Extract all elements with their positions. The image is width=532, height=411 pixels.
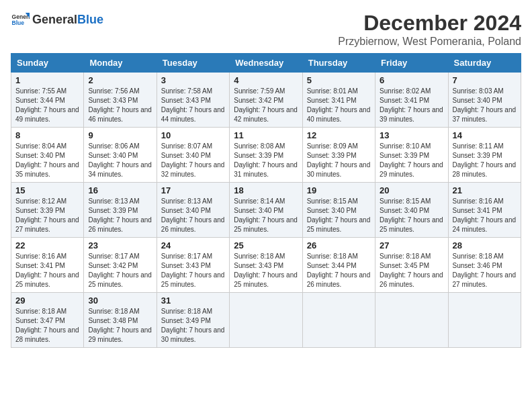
- day-info: Sunrise: 8:18 AMSunset: 3:43 PMDaylight:…: [234, 252, 298, 289]
- calendar-day-cell: 18Sunrise: 8:14 AMSunset: 3:40 PMDayligh…: [230, 183, 302, 238]
- day-number: 5: [307, 75, 371, 85]
- location-title: Przybiernow, West Pomerania, Poland: [338, 36, 521, 48]
- day-info: Sunrise: 8:17 AMSunset: 3:43 PMDaylight:…: [161, 252, 225, 289]
- calendar-day-cell: [230, 293, 302, 348]
- calendar-day-cell: [448, 293, 521, 348]
- day-number: 21: [453, 185, 517, 195]
- day-number: 24: [161, 240, 225, 250]
- day-number: 20: [380, 185, 443, 195]
- day-info: Sunrise: 7:59 AMSunset: 3:42 PMDaylight:…: [234, 87, 298, 124]
- header-sunday: Sunday: [11, 54, 84, 73]
- day-info: Sunrise: 8:15 AMSunset: 3:40 PMDaylight:…: [307, 197, 371, 234]
- day-info: Sunrise: 8:17 AMSunset: 3:42 PMDaylight:…: [88, 252, 152, 289]
- day-info: Sunrise: 8:18 AMSunset: 3:46 PMDaylight:…: [453, 252, 517, 289]
- day-info: Sunrise: 8:01 AMSunset: 3:41 PMDaylight:…: [307, 87, 371, 124]
- day-number: 14: [453, 130, 517, 140]
- day-info: Sunrise: 8:02 AMSunset: 3:41 PMDaylight:…: [380, 87, 443, 124]
- day-info: Sunrise: 8:03 AMSunset: 3:40 PMDaylight:…: [453, 87, 517, 124]
- calendar-day-cell: 2Sunrise: 7:56 AMSunset: 3:43 PMDaylight…: [84, 73, 157, 128]
- day-number: 16: [88, 185, 152, 195]
- calendar-day-cell: 25Sunrise: 8:18 AMSunset: 3:43 PMDayligh…: [230, 238, 302, 293]
- day-number: 25: [234, 240, 298, 250]
- day-number: 9: [88, 130, 152, 140]
- day-info: Sunrise: 7:56 AMSunset: 3:43 PMDaylight:…: [88, 87, 152, 124]
- calendar-table: SundayMondayTuesdayWednesdayThursdayFrid…: [11, 53, 521, 348]
- header-wednesday: Wednesday: [230, 54, 302, 73]
- calendar-day-cell: 20Sunrise: 8:15 AMSunset: 3:40 PMDayligh…: [375, 183, 448, 238]
- header: General Blue GeneralBlue December 2024 P…: [11, 11, 521, 48]
- day-info: Sunrise: 7:55 AMSunset: 3:44 PMDaylight:…: [15, 87, 79, 124]
- calendar-header-row: SundayMondayTuesdayWednesdayThursdayFrid…: [11, 54, 521, 73]
- svg-text:Blue: Blue: [12, 19, 25, 26]
- calendar-day-cell: 12Sunrise: 8:09 AMSunset: 3:39 PMDayligh…: [302, 128, 375, 183]
- month-title: December 2024: [338, 11, 521, 36]
- calendar-week-row: 15Sunrise: 8:12 AMSunset: 3:39 PMDayligh…: [11, 183, 521, 238]
- day-number: 10: [161, 130, 225, 140]
- day-info: Sunrise: 8:16 AMSunset: 3:41 PMDaylight:…: [15, 252, 79, 289]
- logo-text: GeneralBlue: [32, 13, 103, 27]
- calendar-day-cell: 9Sunrise: 8:06 AMSunset: 3:40 PMDaylight…: [84, 128, 157, 183]
- calendar-day-cell: 6Sunrise: 8:02 AMSunset: 3:41 PMDaylight…: [375, 73, 448, 128]
- day-number: 30: [88, 295, 152, 306]
- day-number: 23: [88, 240, 152, 250]
- day-number: 3: [161, 75, 225, 85]
- calendar-day-cell: 26Sunrise: 8:18 AMSunset: 3:44 PMDayligh…: [302, 238, 375, 293]
- calendar-day-cell: 7Sunrise: 8:03 AMSunset: 3:40 PMDaylight…: [448, 73, 521, 128]
- logo: General Blue GeneralBlue: [11, 11, 103, 30]
- day-number: 7: [453, 75, 517, 85]
- day-number: 12: [307, 130, 371, 140]
- day-info: Sunrise: 8:18 AMSunset: 3:49 PMDaylight:…: [161, 307, 225, 345]
- day-number: 1: [15, 75, 79, 85]
- day-info: Sunrise: 8:11 AMSunset: 3:39 PMDaylight:…: [453, 142, 517, 179]
- day-number: 11: [234, 130, 298, 140]
- day-number: 28: [453, 240, 517, 250]
- calendar-week-row: 29Sunrise: 8:18 AMSunset: 3:47 PMDayligh…: [11, 293, 521, 348]
- day-number: 31: [161, 295, 225, 306]
- calendar-day-cell: 14Sunrise: 8:11 AMSunset: 3:39 PMDayligh…: [448, 128, 521, 183]
- calendar-day-cell: 15Sunrise: 8:12 AMSunset: 3:39 PMDayligh…: [11, 183, 84, 238]
- title-area: December 2024 Przybiernow, West Pomerani…: [338, 11, 521, 48]
- day-number: 17: [161, 185, 225, 195]
- calendar-day-cell: [302, 293, 375, 348]
- day-number: 27: [380, 240, 443, 250]
- header-friday: Friday: [375, 54, 448, 73]
- calendar-day-cell: 23Sunrise: 8:17 AMSunset: 3:42 PMDayligh…: [84, 238, 157, 293]
- logo-icon: General Blue: [11, 11, 30, 30]
- calendar-day-cell: 27Sunrise: 8:18 AMSunset: 3:45 PMDayligh…: [375, 238, 448, 293]
- calendar-day-cell: 13Sunrise: 8:10 AMSunset: 3:39 PMDayligh…: [375, 128, 448, 183]
- day-info: Sunrise: 8:15 AMSunset: 3:40 PMDaylight:…: [380, 197, 443, 234]
- day-info: Sunrise: 8:09 AMSunset: 3:39 PMDaylight:…: [307, 142, 371, 179]
- calendar-day-cell: 3Sunrise: 7:58 AMSunset: 3:43 PMDaylight…: [157, 73, 229, 128]
- calendar-day-cell: 24Sunrise: 8:17 AMSunset: 3:43 PMDayligh…: [157, 238, 229, 293]
- calendar-day-cell: 17Sunrise: 8:13 AMSunset: 3:40 PMDayligh…: [157, 183, 229, 238]
- calendar-day-cell: 8Sunrise: 8:04 AMSunset: 3:40 PMDaylight…: [11, 128, 84, 183]
- day-info: Sunrise: 8:12 AMSunset: 3:39 PMDaylight:…: [15, 197, 79, 234]
- day-info: Sunrise: 8:07 AMSunset: 3:40 PMDaylight:…: [161, 142, 225, 179]
- calendar-day-cell: 21Sunrise: 8:16 AMSunset: 3:41 PMDayligh…: [448, 183, 521, 238]
- day-number: 18: [234, 185, 298, 195]
- calendar-day-cell: 5Sunrise: 8:01 AMSunset: 3:41 PMDaylight…: [302, 73, 375, 128]
- day-info: Sunrise: 8:08 AMSunset: 3:39 PMDaylight:…: [234, 142, 298, 179]
- calendar-day-cell: 16Sunrise: 8:13 AMSunset: 3:39 PMDayligh…: [84, 183, 157, 238]
- day-info: Sunrise: 8:13 AMSunset: 3:40 PMDaylight:…: [161, 197, 225, 234]
- day-info: Sunrise: 7:58 AMSunset: 3:43 PMDaylight:…: [161, 87, 225, 124]
- day-number: 13: [380, 130, 443, 140]
- day-number: 4: [234, 75, 298, 85]
- day-number: 15: [15, 185, 79, 195]
- calendar-day-cell: 22Sunrise: 8:16 AMSunset: 3:41 PMDayligh…: [11, 238, 84, 293]
- day-number: 8: [15, 130, 79, 140]
- day-number: 26: [307, 240, 371, 250]
- day-number: 2: [88, 75, 152, 85]
- day-number: 22: [15, 240, 79, 250]
- calendar-week-row: 8Sunrise: 8:04 AMSunset: 3:40 PMDaylight…: [11, 128, 521, 183]
- day-info: Sunrise: 8:18 AMSunset: 3:45 PMDaylight:…: [380, 252, 443, 289]
- day-info: Sunrise: 8:06 AMSunset: 3:40 PMDaylight:…: [88, 142, 152, 179]
- day-info: Sunrise: 8:18 AMSunset: 3:48 PMDaylight:…: [88, 307, 152, 345]
- calendar-day-cell: 1Sunrise: 7:55 AMSunset: 3:44 PMDaylight…: [11, 73, 84, 128]
- calendar-day-cell: 19Sunrise: 8:15 AMSunset: 3:40 PMDayligh…: [302, 183, 375, 238]
- header-tuesday: Tuesday: [157, 54, 229, 73]
- header-monday: Monday: [84, 54, 157, 73]
- calendar-day-cell: 11Sunrise: 8:08 AMSunset: 3:39 PMDayligh…: [230, 128, 302, 183]
- calendar-day-cell: 28Sunrise: 8:18 AMSunset: 3:46 PMDayligh…: [448, 238, 521, 293]
- calendar-day-cell: [375, 293, 448, 348]
